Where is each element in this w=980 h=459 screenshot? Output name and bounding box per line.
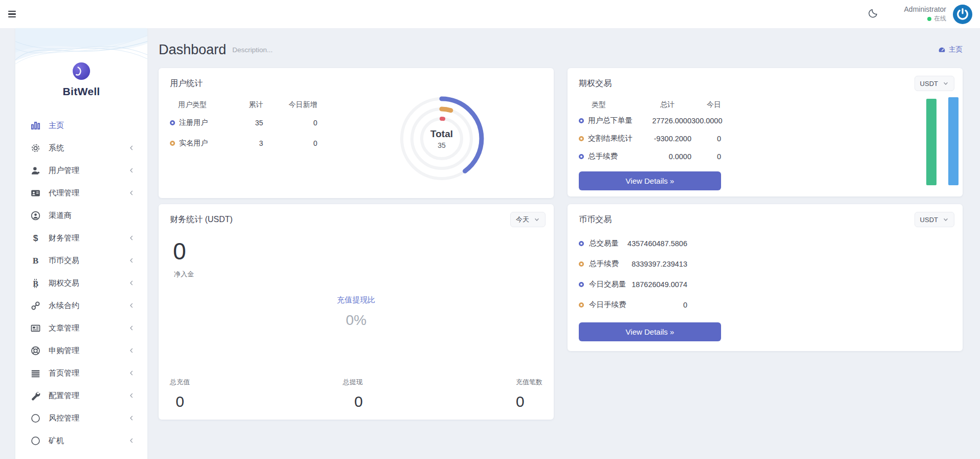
bar <box>948 97 959 185</box>
breadcrumb[interactable]: 主页 <box>938 45 963 54</box>
sidebar-item-label: 文章管理 <box>49 323 79 333</box>
chevron-left-icon <box>128 144 135 151</box>
row-total: 0.0000 <box>643 152 691 161</box>
chevron-left-icon <box>128 257 135 264</box>
stat-value: 0 <box>516 393 542 410</box>
ratio-label: 充值提现比 <box>159 295 554 305</box>
legend-ring-icon <box>170 141 175 146</box>
table-row: 用户总下单量 27726.0000 300.0000 <box>579 112 721 129</box>
row-value: 0 <box>682 301 687 309</box>
page-header: Dashboard Description... 主页 <box>159 38 963 61</box>
net-deposit-block: 0 净入金 <box>173 238 542 279</box>
finance-stats-card: 财务统计 (USDT) 今天 0 净入金 充值提现比 0% <box>159 204 554 420</box>
user-icon <box>31 166 40 176</box>
chevron-left-icon <box>128 167 135 174</box>
chevron-down-icon <box>943 80 949 86</box>
sidebar-item[interactable]: 用户管理 <box>15 159 147 182</box>
finance-bottom-stats: 总充值 0 总提现 0 充值笔数 0 <box>170 378 542 410</box>
legend-ring-icon <box>579 241 584 246</box>
list-item: 今日交易量 187626049.0074 <box>579 274 687 295</box>
row-total: 35 <box>226 119 263 127</box>
row-total: 3 <box>226 139 263 147</box>
sidebar-item[interactable]: 风控管理 <box>15 407 147 429</box>
sidebar-item[interactable]: 系统 <box>15 137 147 159</box>
menu-toggle-button[interactable] <box>8 8 21 21</box>
circle-icon <box>31 436 40 446</box>
row-value: 4357460487.5806 <box>626 239 687 248</box>
bars-icon <box>31 368 40 378</box>
finance-title: 财务统计 (USDT) <box>170 214 542 225</box>
stat-label: 充值笔数 <box>516 378 542 387</box>
sidebar-item[interactable]: 代理管理 <box>15 182 147 204</box>
chevron-down-icon <box>534 216 540 223</box>
coin-view-details-button[interactable]: View Details » <box>579 322 721 341</box>
brand-area: BitWell <box>15 28 147 114</box>
legend-ring-icon <box>579 118 584 123</box>
sidebar-item[interactable]: $ 财务管理 <box>15 227 147 249</box>
sidebar-item[interactable]: 首页管理 <box>15 362 147 384</box>
list-item: 今日手续费 0 <box>579 295 687 315</box>
online-dot-icon <box>927 17 931 21</box>
svg-text:$: $ <box>33 233 38 243</box>
sidebar-item-label: 主页 <box>49 121 64 130</box>
options-currency-value: USDT <box>920 80 938 88</box>
user-stats-rows: 注册用户 35 0 实名用户 3 <box>170 113 317 154</box>
sidebar-item[interactable]: B 币币交易 <box>15 249 147 272</box>
sidebar-item[interactable]: 渠道商 <box>15 204 147 227</box>
brand-name: BitWell <box>15 85 147 98</box>
coin-currency-select[interactable]: USDT <box>914 212 954 227</box>
coin-trading-rows: 总交易量 4357460487.5806 总手续费 8339397.239413 <box>579 233 687 315</box>
table-row: 交割结果统计 -9300.2000 0 <box>579 129 721 147</box>
bitwell-admin-dashboard: Administrator 在线 <box>0 0 980 459</box>
moon-icon <box>867 7 879 19</box>
sidebar-item[interactable]: 永续合约 <box>15 294 147 317</box>
sidebar-item[interactable]: 配置管理 <box>15 384 147 407</box>
row-total: -9300.2000 <box>643 135 691 143</box>
user-menu[interactable]: Administrator 在线 <box>904 5 946 23</box>
row-value: 8339397.239413 <box>630 260 687 268</box>
options-trading-card: 期权交易 USDT 类型 总计 今日 <box>568 68 963 196</box>
chevron-left-icon <box>128 392 135 399</box>
user-name: Administrator <box>904 5 946 13</box>
row-today: 300.0000 <box>691 117 722 125</box>
page-title: Dashboard <box>159 42 226 58</box>
stat-value: 0 <box>343 393 363 410</box>
options-view-details-button[interactable]: View Details » <box>579 171 721 190</box>
row-label: 交割结果统计 <box>588 134 633 143</box>
finance-range-value: 今天 <box>516 215 529 224</box>
sidebar-item-label: 风控管理 <box>49 413 79 423</box>
row-today: 0 <box>691 135 721 143</box>
coin-currency-value: USDT <box>920 216 938 224</box>
avatar[interactable] <box>952 4 973 25</box>
finance-range-select[interactable]: 今天 <box>510 212 546 227</box>
dark-mode-toggle[interactable] <box>865 7 881 22</box>
sidebar-item[interactable]: 申购管理 <box>15 339 147 362</box>
row-label: 注册用户 <box>179 118 208 127</box>
sidebar-item[interactable]: 文章管理 <box>15 317 147 339</box>
row-label: 实名用户 <box>179 139 208 148</box>
id-card-icon <box>31 188 40 198</box>
sidebar-item-label: 币币交易 <box>49 256 79 266</box>
letter-b-icon: B <box>31 256 40 266</box>
sidebar-item[interactable]: B 期权交易 <box>15 272 147 294</box>
legend-ring-icon <box>579 282 584 287</box>
sidebar-item[interactable]: 主页 <box>15 114 147 137</box>
stat-value: 0 <box>170 393 190 410</box>
sidebar-item-label: 永续合约 <box>49 301 79 311</box>
legend-ring-icon <box>579 261 584 267</box>
row-today: 0 <box>263 119 317 127</box>
stat-label: 总充值 <box>170 378 190 387</box>
stat-label: 总提现 <box>343 378 363 387</box>
options-currency-select[interactable]: USDT <box>914 76 954 91</box>
coin-trading-title: 币币交易 <box>579 214 951 225</box>
coin-trading-card: 币币交易 USDT 总交易量 4357460487.5806 <box>568 204 963 351</box>
sidebar-item-label: 期权交易 <box>49 278 79 288</box>
user-stats-table: 用户类型 累计 今日新增 注册用户 35 <box>170 98 317 154</box>
cards-grid: 用户统计 用户类型 累计 今日新增 注册用户 <box>159 68 963 420</box>
sidebar-item-label: 矿机 <box>49 436 64 446</box>
sidebar-item-label: 系统 <box>49 143 64 153</box>
gauge-icon <box>938 46 946 54</box>
chevron-left-icon <box>128 189 135 196</box>
user-status-label: 在线 <box>934 14 946 23</box>
sidebar-item[interactable]: 矿机 <box>15 429 147 452</box>
